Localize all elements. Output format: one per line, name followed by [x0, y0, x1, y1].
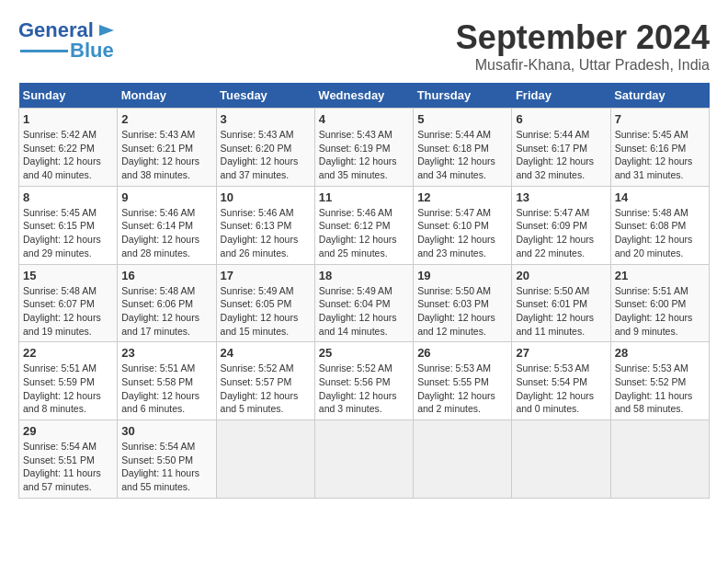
calendar-day-24: 24Sunrise: 5:52 AMSunset: 5:57 PMDayligh…: [216, 342, 314, 420]
calendar-header-row: SundayMondayTuesdayWednesdayThursdayFrid…: [19, 83, 710, 109]
calendar-week-0: 1Sunrise: 5:42 AMSunset: 6:22 PMDaylight…: [19, 109, 710, 187]
header-saturday: Saturday: [610, 83, 709, 109]
location-title: Musafir-Khana, Uttar Pradesh, India: [456, 57, 710, 74]
calendar-week-1: 8Sunrise: 5:45 AMSunset: 6:15 PMDaylight…: [19, 186, 710, 264]
calendar-week-4: 29Sunrise: 5:54 AMSunset: 5:51 PMDayligh…: [19, 420, 710, 499]
calendar-day-6: 6Sunrise: 5:44 AMSunset: 6:17 PMDaylight…: [512, 109, 610, 187]
calendar-day-10: 10Sunrise: 5:46 AMSunset: 6:13 PMDayligh…: [216, 186, 314, 264]
calendar-day-21: 21Sunrise: 5:51 AMSunset: 6:00 PMDayligh…: [610, 264, 709, 342]
calendar-day-2: 2Sunrise: 5:43 AMSunset: 6:21 PMDaylight…: [118, 109, 216, 187]
calendar-day-22: 22Sunrise: 5:51 AMSunset: 5:59 PMDayligh…: [19, 342, 118, 420]
calendar-day-30: 30Sunrise: 5:54 AMSunset: 5:50 PMDayligh…: [118, 420, 216, 499]
svg-marker-0: [99, 25, 114, 36]
calendar-day-8: 8Sunrise: 5:45 AMSunset: 6:15 PMDaylight…: [19, 186, 118, 264]
header-thursday: Thursday: [414, 83, 512, 109]
header-wednesday: Wednesday: [314, 83, 413, 109]
calendar-day-23: 23Sunrise: 5:51 AMSunset: 5:58 PMDayligh…: [118, 342, 216, 420]
calendar-day-26: 26Sunrise: 5:53 AMSunset: 5:55 PMDayligh…: [414, 342, 512, 420]
header-friday: Friday: [512, 83, 610, 109]
header-tuesday: Tuesday: [216, 83, 314, 109]
calendar-day-27: 27Sunrise: 5:53 AMSunset: 5:54 PMDayligh…: [512, 342, 610, 420]
calendar-day-18: 18Sunrise: 5:49 AMSunset: 6:04 PMDayligh…: [314, 264, 413, 342]
title-block: September 2024 Musafir-Khana, Uttar Prad…: [456, 18, 710, 74]
calendar-day-15: 15Sunrise: 5:48 AMSunset: 6:07 PMDayligh…: [19, 264, 118, 342]
calendar-day-16: 16Sunrise: 5:48 AMSunset: 6:06 PMDayligh…: [118, 264, 216, 342]
calendar-day-28: 28Sunrise: 5:53 AMSunset: 5:52 PMDayligh…: [610, 342, 709, 420]
calendar-day-7: 7Sunrise: 5:45 AMSunset: 6:16 PMDaylight…: [610, 109, 709, 187]
calendar-day-25: 25Sunrise: 5:52 AMSunset: 5:56 PMDayligh…: [314, 342, 413, 420]
header-sunday: Sunday: [19, 83, 118, 109]
calendar-day-1: 1Sunrise: 5:42 AMSunset: 6:22 PMDaylight…: [19, 109, 118, 187]
calendar-empty-cell: [314, 420, 413, 499]
calendar-day-29: 29Sunrise: 5:54 AMSunset: 5:51 PMDayligh…: [19, 420, 118, 499]
calendar-week-2: 15Sunrise: 5:48 AMSunset: 6:07 PMDayligh…: [19, 264, 710, 342]
page-header: General Blue September 2024 Musafir-Khan…: [18, 18, 710, 74]
header-monday: Monday: [118, 83, 216, 109]
calendar-day-5: 5Sunrise: 5:44 AMSunset: 6:18 PMDaylight…: [414, 109, 512, 187]
calendar-empty-cell: [414, 420, 512, 499]
calendar-table: SundayMondayTuesdayWednesdayThursdayFrid…: [18, 83, 710, 499]
calendar-day-17: 17Sunrise: 5:49 AMSunset: 6:05 PMDayligh…: [216, 264, 314, 342]
calendar-day-12: 12Sunrise: 5:47 AMSunset: 6:10 PMDayligh…: [414, 186, 512, 264]
calendar-day-14: 14Sunrise: 5:48 AMSunset: 6:08 PMDayligh…: [610, 186, 709, 264]
calendar-day-11: 11Sunrise: 5:46 AMSunset: 6:12 PMDayligh…: [314, 186, 413, 264]
logo-arrow-icon: [97, 21, 116, 40]
calendar-empty-cell: [512, 420, 610, 499]
calendar-day-3: 3Sunrise: 5:43 AMSunset: 6:20 PMDaylight…: [216, 109, 314, 187]
calendar-empty-cell: [610, 420, 709, 499]
calendar-day-20: 20Sunrise: 5:50 AMSunset: 6:01 PMDayligh…: [512, 264, 610, 342]
calendar-day-4: 4Sunrise: 5:43 AMSunset: 6:19 PMDaylight…: [314, 109, 413, 187]
month-title: September 2024: [456, 18, 710, 57]
calendar-week-3: 22Sunrise: 5:51 AMSunset: 5:59 PMDayligh…: [19, 342, 710, 420]
calendar-day-9: 9Sunrise: 5:46 AMSunset: 6:14 PMDaylight…: [118, 186, 216, 264]
logo: General Blue: [18, 18, 116, 63]
calendar-empty-cell: [216, 420, 314, 499]
calendar-day-13: 13Sunrise: 5:47 AMSunset: 6:09 PMDayligh…: [512, 186, 610, 264]
logo-blue: Blue: [70, 39, 114, 63]
calendar-day-19: 19Sunrise: 5:50 AMSunset: 6:03 PMDayligh…: [414, 264, 512, 342]
